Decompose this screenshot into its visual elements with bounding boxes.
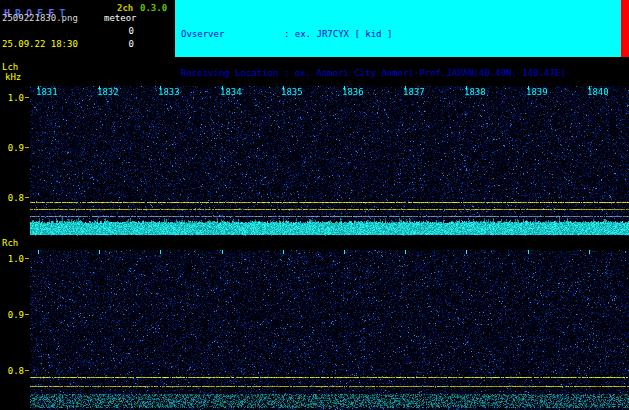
lch-ytick: 0.8 (2, 193, 24, 203)
meteor-count-total: 0 (100, 39, 134, 49)
output-filename: 2509221830.png (2, 13, 78, 23)
lch-channel-label: Lch (2, 62, 18, 72)
time-label: 1832 (97, 87, 119, 97)
signal-level-marker (621, 0, 629, 57)
time-label: 1839 (526, 87, 548, 97)
rch-ytick: 0.8 (2, 366, 24, 376)
time-label: 1833 (158, 87, 180, 97)
time-label: 1836 (342, 87, 364, 97)
observer-info-line: Receiving Location : ex. Aomori City Aom… (181, 67, 622, 80)
khz-unit-label: kHz (5, 72, 21, 82)
mode-label: meteor (104, 13, 137, 23)
status-panel: HROFFT 2ch 0.3.0 2509221830.png meteor 0… (0, 0, 175, 84)
lch-ytick: 0.9 (2, 143, 24, 153)
app-version-number: 0.3.0 (140, 3, 167, 13)
observer-info-panel: Ovserver : ex. JR7CYX [ kid ] Receiving … (175, 0, 622, 57)
time-label: 1837 (403, 87, 425, 97)
app-version-channels: 2ch (117, 3, 133, 13)
rch-channel-label: Rch (2, 238, 18, 248)
rch-tick-mark (25, 370, 29, 371)
hrofft-screen: HROFFT 2ch 0.3.0 2509221830.png meteor 0… (0, 0, 629, 410)
lch-spectrogram (30, 86, 629, 236)
meteor-count-current: 0 (100, 26, 134, 36)
lch-tick-mark (25, 147, 29, 148)
time-label: 1835 (281, 87, 303, 97)
rch-tick-mark (25, 258, 29, 259)
rch-tick-mark (25, 314, 29, 315)
time-label: 1838 (464, 87, 486, 97)
time-label: 1831 (36, 87, 58, 97)
observer-info-line: Ovserver : ex. JR7CYX [ kid ] (181, 28, 622, 41)
time-label: 1834 (220, 87, 242, 97)
lch-ytick: 1.0 (2, 93, 24, 103)
lch-tick-mark (25, 197, 29, 198)
rch-spectrogram (30, 250, 629, 410)
rch-ytick: 0.9 (2, 310, 24, 320)
time-label: 1840 (587, 87, 609, 97)
timestamp: 25.09.22 18:30 (2, 39, 78, 49)
rch-ytick: 1.0 (2, 254, 24, 264)
lch-tick-mark (25, 97, 29, 98)
